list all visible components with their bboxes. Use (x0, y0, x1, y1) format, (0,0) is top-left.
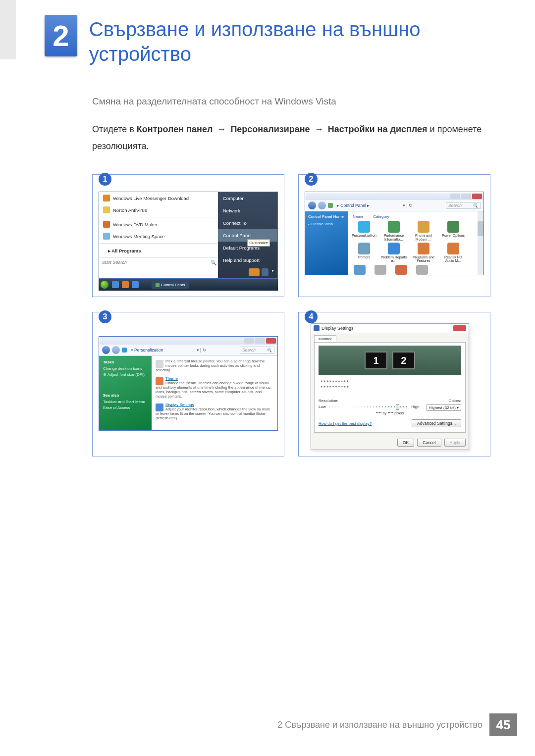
maximize-icon[interactable] (255, 338, 265, 344)
taskbar-button-control-panel[interactable]: Control Panel (152, 281, 189, 289)
ok-button[interactable]: OK (397, 439, 414, 447)
resolution-slider[interactable]: Low High (319, 404, 420, 409)
adjust-font-size[interactable]: ⊕ Adjust font size (DPI) (103, 372, 148, 377)
back-icon[interactable] (308, 202, 316, 209)
display-settings-item[interactable]: Display Settings Adjust your monitor res… (156, 403, 273, 420)
tooltip: Customize (247, 239, 270, 247)
start-menu-item[interactable]: Norton AntiVirus (99, 204, 218, 216)
chevron-down-icon: ▾ (457, 405, 459, 410)
bold-personalization: Персонализиране (230, 124, 310, 134)
label: Windows DVD Maker (113, 222, 158, 227)
advanced-settings-button[interactable]: Advanced Settings... (412, 419, 461, 427)
see-also-heading: See also (103, 393, 148, 398)
start-menu: Windows Live Messenger Download Norton A… (99, 192, 278, 279)
close-icon[interactable] (472, 194, 482, 199)
apply-button[interactable]: Apply (444, 439, 466, 447)
monitor-2[interactable]: 2 (392, 352, 415, 369)
dialog-title: Display Settings (321, 326, 354, 331)
display-settings-dialog: Display Settings Monitor 1 2 ********** … (311, 323, 469, 450)
change-desktop-icons[interactable]: Change desktop icons (103, 366, 148, 371)
control-panel-item[interactable]: Power Options (440, 221, 467, 241)
step-number-1: 1 (99, 173, 111, 186)
ease-of-access[interactable]: Ease of Access (103, 405, 148, 410)
all-programs[interactable]: ▸ All Programs (99, 245, 218, 257)
taskbar-icon[interactable] (132, 281, 139, 288)
close-icon[interactable] (266, 338, 276, 344)
cp-icon-extra[interactable] (354, 265, 366, 275)
resolution-label: Resolution: (319, 399, 338, 403)
minimize-icon[interactable] (244, 338, 254, 344)
start-menu-item[interactable]: Windows DVD Maker (99, 218, 218, 230)
slider-high: High (411, 404, 419, 409)
maximize-icon[interactable] (461, 194, 471, 199)
col-category[interactable]: Category (373, 214, 389, 219)
mouse-pointers-item[interactable]: Pick a different mouse pointer. You can … (156, 359, 273, 372)
breadcrumb[interactable]: ▸ Control Panel ▸ (335, 203, 370, 208)
colors-select[interactable]: Highest (32 bit)▾ (427, 404, 461, 411)
control-panel-item[interactable]: Problem Reports a… (380, 243, 407, 263)
search-icon: 🔍 (473, 203, 478, 208)
control-panel-item[interactable]: Programs and Features (410, 243, 437, 263)
step-frame-4: 4 Display Settings Monitor 1 2 (298, 312, 490, 456)
control-panel-item[interactable]: Phone and Modem … (410, 221, 437, 241)
search-input[interactable] (99, 257, 209, 267)
step-number-2: 2 (305, 173, 318, 186)
control-panel-icon (328, 203, 333, 208)
power-icon[interactable] (249, 268, 260, 276)
personalization-window: « Personalization ▾ | ↻ Search🔍 Tasks Ch… (99, 336, 278, 431)
control-panel-item[interactable]: Personalizati on (351, 221, 377, 241)
sidebar-home[interactable]: Control Panel Home (308, 214, 345, 219)
start-search[interactable]: 🔍 (99, 257, 218, 267)
description: Adjust your monitor resolution, which ch… (156, 407, 273, 420)
right-item-network[interactable]: Network (218, 204, 277, 217)
control-panel-item[interactable]: Printers (351, 243, 377, 263)
cp-icon-extra[interactable] (374, 265, 386, 275)
right-item-connect[interactable]: Connect To (218, 217, 277, 229)
link-title: Display Settings (156, 403, 273, 407)
start-orb-icon[interactable] (100, 280, 109, 289)
page-number: 45 (489, 713, 517, 736)
back-icon[interactable] (102, 346, 110, 354)
resolution-value: **** by **** pixels (319, 411, 461, 415)
monitor-1[interactable]: 1 (365, 352, 387, 369)
address-bar: ▸ Control Panel ▸ ▾ | ↻ Search🔍 (305, 200, 483, 211)
page-footer: 2 Свързване и използване на външно устро… (0, 713, 535, 736)
colors-label: Colors: (449, 399, 461, 403)
right-item-help[interactable]: Help and Support (218, 254, 277, 266)
start-menu-item[interactable]: Windows Meeting Space (99, 230, 218, 242)
breadcrumb[interactable]: « Personalization (129, 348, 163, 353)
control-panel-item[interactable]: Performance Informatio… (380, 221, 407, 241)
mouse-icon (156, 360, 163, 368)
theme-item[interactable]: Theme Change the theme. Themes can chang… (156, 376, 273, 399)
cp-icon-extra[interactable] (416, 265, 428, 275)
chevron-right-icon[interactable]: ▸ (270, 268, 275, 276)
control-panel-item[interactable]: Realtek HD Audio M… (440, 243, 467, 263)
sidebar-classic-view[interactable]: • Classic View (308, 222, 345, 226)
close-icon[interactable] (453, 325, 466, 331)
col-name[interactable]: Name (353, 214, 363, 219)
personalization-icon (122, 348, 127, 353)
minimize-icon[interactable] (450, 194, 460, 199)
taskbar-start-menu[interactable]: Taskbar and Start Menu (103, 400, 148, 404)
taskbar: Control Panel (99, 279, 278, 291)
sidebar: Control Panel Home • Classic View (305, 211, 348, 275)
start-menu-item[interactable]: Windows Live Messenger Download (99, 192, 218, 204)
label: Windows Meeting Space (113, 234, 165, 239)
chapter-number-badge: 2 (45, 15, 77, 56)
address-bar: « Personalization ▾ | ↻ Search🔍 (99, 345, 277, 356)
scrollbar[interactable] (478, 211, 483, 275)
step-frame-3: 3 « Personalization ▾ | ↻ Search🔍 (92, 312, 284, 456)
best-display-link[interactable]: How do I get the best display? (319, 421, 372, 426)
cp-icon-extra[interactable] (395, 265, 407, 275)
forward-icon[interactable] (112, 346, 120, 354)
forward-icon[interactable] (318, 202, 326, 209)
search-input[interactable]: Search🔍 (240, 347, 274, 353)
cancel-button[interactable]: Cancel (417, 439, 441, 447)
chapter-header: 2 Свързване и използване на външно устро… (45, 15, 490, 66)
taskbar-icon[interactable] (122, 281, 129, 288)
right-item-computer[interactable]: Computer (218, 192, 277, 204)
tab-monitor[interactable]: Monitor (314, 335, 336, 342)
taskbar-icon[interactable] (112, 281, 119, 288)
lock-icon[interactable] (262, 268, 268, 276)
search-input[interactable]: Search🔍 (446, 202, 481, 209)
